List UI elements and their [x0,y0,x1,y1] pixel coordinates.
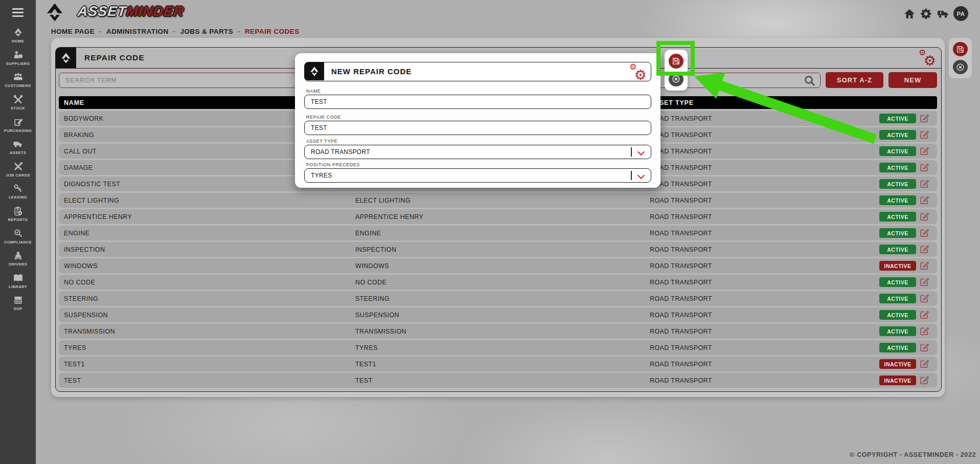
brand-wordmark: ASSETMINDER [77,4,185,19]
stock-icon [13,95,23,104]
topbar-actions: PA [903,6,968,21]
save-icon[interactable] [953,42,968,56]
edit-icon[interactable] [920,179,929,188]
suppliers-icon [13,50,23,60]
brand-logo-icon[interactable] [43,2,66,23]
sidebar-item-stock[interactable]: STOCK [0,92,36,114]
edit-icon[interactable] [920,114,929,123]
sidebar-item-library[interactable]: LIBRARY [0,270,36,293]
cell-name: TYRES [64,344,86,351]
edit-icon[interactable] [920,294,929,303]
asset-type-select[interactable]: ROAD TRANSPORT [304,145,651,159]
sidebar-item-reports[interactable]: REPORTS [0,203,36,226]
cell-name: ELECT LIGHTING [64,197,119,204]
cell-asset-type: ROAD TRANSPORT [650,361,712,368]
edit-icon[interactable] [920,359,929,368]
cell-repair-code: TRANSMISSION [355,328,406,335]
sidebar-item-customers[interactable]: CUSTOMERS [0,69,36,92]
edit-icon[interactable] [920,375,929,385]
edit-icon[interactable] [920,228,929,237]
breadcrumb-home[interactable]: HOME PAGE [51,28,95,35]
search-icon[interactable] [804,75,816,87]
home-icon[interactable] [903,7,916,20]
table-row: SUSPENSION SUSPENSION ROAD TRANSPORT ACT… [59,307,937,322]
modal-save-icon[interactable] [669,54,683,69]
edit-icon[interactable] [920,277,929,286]
cell-repair-code: TEST [355,377,373,384]
edit-icon[interactable] [920,130,929,139]
cell-asset-type: ROAD TRANSPORT [650,230,712,237]
sidebar-item-assets[interactable]: ASSETS [0,136,36,159]
cell-repair-code: ELECT LIGHTING [355,197,411,204]
modal-close-icon[interactable] [669,72,683,87]
sidebar: HOME SUPPLIERS CUSTOMERS STOCK PURCHASIN… [0,0,36,464]
page-action-strip [949,38,972,78]
home-icon [13,28,23,37]
edit-icon[interactable] [920,146,929,156]
table-row: INSPECTION INSPECTION ROAD TRANSPORT ACT… [59,242,937,257]
name-field[interactable] [304,95,651,109]
sidebar-item-leasing[interactable]: LEASING [0,181,36,203]
cell-name: TEST1 [64,361,85,368]
edit-icon[interactable] [920,343,929,352]
avatar[interactable]: PA [953,6,968,21]
sidebar-item-sop[interactable]: SOP [0,292,36,315]
status-badge: INACTIVE [879,359,916,369]
sidebar-item-drivers[interactable]: DRIVERS [0,248,36,270]
table-row: ELECT LIGHTING ELECT LIGHTING ROAD TRANS… [59,193,937,208]
hamburger-menu-icon[interactable] [12,8,24,17]
repair-code-field[interactable] [304,121,651,135]
status-badge: ACTIVE [879,146,916,156]
fleet-info-icon[interactable] [937,7,950,20]
edit-icon[interactable] [920,245,929,254]
sidebar-item-suppliers[interactable]: SUPPLIERS [0,47,36,70]
cell-name: DIGNOSTIC TEST [64,181,120,188]
close-icon[interactable] [953,60,968,74]
sidebar-item-compliance[interactable]: COMPLIANCE [0,225,36,248]
status-badge: ACTIVE [879,310,916,320]
status-badge: ACTIVE [879,212,916,222]
assets-icon [13,139,23,149]
new-button[interactable]: NEW [888,72,937,88]
position-precedes-select[interactable]: TYRES [304,168,651,183]
gears-icon: ⚙⚙ [919,50,936,65]
cell-repair-code: WINDOWS [355,262,389,270]
table-row: WINDOWS WINDOWS ROAD TRANSPORT INACTIVE [59,258,937,273]
modal-logo-icon [305,62,324,80]
breadcrumb-jobs-parts[interactable]: JOBS & PARTS [180,28,234,35]
table-row: TEST1 TEST1 ROAD TRANSPORT INACTIVE [59,357,937,371]
sidebar-item-purchasing[interactable]: PURCHASING [0,114,36,136]
purchasing-icon [13,117,23,127]
table-row: NO CODE NO CODE ROAD TRANSPORT ACTIVE [59,275,937,290]
status-badge: ACTIVE [879,114,916,123]
edit-icon[interactable] [920,310,929,319]
sort-az-button[interactable]: SORT A-Z [826,72,883,88]
drivers-icon [13,251,23,260]
status-badge: INACTIVE [879,261,916,271]
edit-icon[interactable] [920,326,929,336]
cell-repair-code: SUSPENSION [355,312,399,319]
sidebar-item-home[interactable]: HOME [0,25,36,47]
cell-asset-type: ROAD TRANSPORT [650,328,712,335]
cell-name: BRAKING [64,131,94,139]
cell-asset-type: ROAD TRANSPORT [650,279,712,286]
new-repair-code-modal: NEW REPAIR CODE ⚙⚙ NAME REPAIR CODE ASSE… [295,53,660,188]
sidebar-item-job-cards[interactable]: JOB CARDS [0,159,36,181]
customers-icon [13,72,23,82]
cell-repair-code: INSPECTION [355,246,396,253]
cell-asset-type: ROAD TRANSPORT [650,262,712,270]
edit-icon[interactable] [920,163,929,172]
cell-name: TEST [64,377,81,384]
leasing-icon [13,184,23,193]
edit-icon[interactable] [920,212,929,221]
edit-icon[interactable] [920,261,929,270]
breadcrumb-administration[interactable]: ADMINISTRATION [106,28,169,35]
edit-icon[interactable] [920,195,929,205]
table-row: TRANSMISSION TRANSMISSION ROAD TRANSPORT… [59,324,937,339]
table-row: STEERING STEERING ROAD TRANSPORT ACTIVE [59,291,937,306]
cell-asset-type: ROAD TRANSPORT [650,344,712,351]
gear-icon[interactable] [920,7,933,20]
status-badge: ACTIVE [879,326,916,336]
cell-asset-type: ROAD TRANSPORT [650,312,712,319]
compliance-icon [13,229,23,238]
